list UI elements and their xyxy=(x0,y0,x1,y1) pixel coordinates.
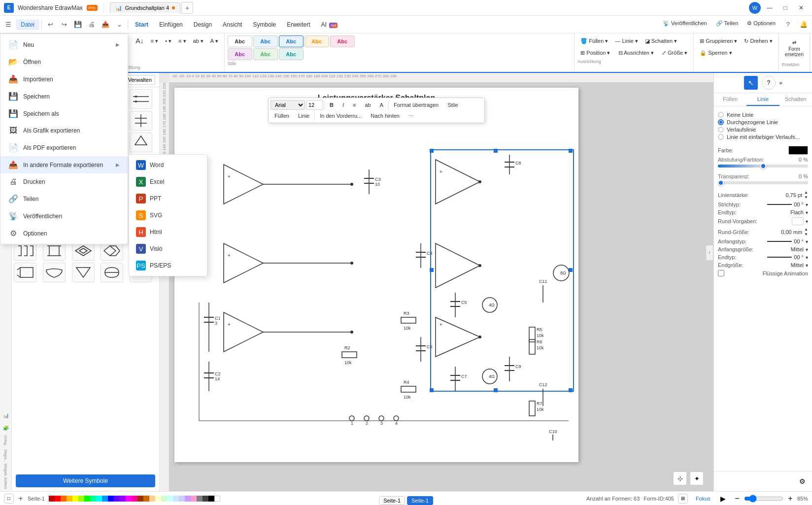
ppt-label: PPT xyxy=(150,195,161,202)
neu-label: Neu xyxy=(23,41,34,48)
file-menu-teilen[interactable]: 🔗 Teilen xyxy=(0,190,128,207)
andere-formate-label: In andere Formate exportieren xyxy=(23,162,103,168)
submenu-svg[interactable]: S SVG xyxy=(129,207,207,224)
file-menu-veröffentlichen[interactable]: 📡 Veröffentlichen xyxy=(0,207,128,225)
optionen-icon: ⚙ xyxy=(8,229,18,238)
file-menu-drucken[interactable]: 🖨 Drucken xyxy=(0,173,128,190)
veröffentlichen-label: Veröffentlichen xyxy=(23,213,62,220)
file-menu-grafik[interactable]: 🖼 Als Grafik exportieren xyxy=(0,122,128,139)
file-menu-importieren[interactable]: 📥 Importieren xyxy=(0,70,128,88)
speichern-label: Speichern xyxy=(23,93,50,100)
visio-label: Visio xyxy=(150,245,163,252)
word-icon: W xyxy=(136,160,146,170)
grafik-icon: 🖼 xyxy=(8,126,18,135)
öffnen-icon: 📂 xyxy=(8,57,18,67)
drucken-icon: 🖨 xyxy=(8,177,18,186)
file-menu-speichern-als[interactable]: 💾 Speichern als xyxy=(0,105,128,122)
neu-arrow: ▶ xyxy=(116,42,120,47)
file-menu-andere-formate[interactable]: 📤 In andere Formate exportieren ▶ W Word… xyxy=(0,156,128,173)
andere-formate-arrow: ▶ xyxy=(116,162,120,168)
öffnen-label: Öffnen xyxy=(23,59,41,66)
excel-label: Excel xyxy=(150,178,164,185)
andere-formate-icon: 📤 xyxy=(8,160,18,169)
speichern-als-label: Speichern als xyxy=(23,110,59,117)
veröffentlichen-icon: 📡 xyxy=(8,211,18,221)
ppt-icon: P xyxy=(136,194,146,203)
file-menu-optionen[interactable]: ⚙ Optionen xyxy=(0,225,128,242)
speichern-als-icon: 💾 xyxy=(8,109,18,118)
excel-icon: X xyxy=(136,177,146,187)
submenu-excel[interactable]: X Excel xyxy=(129,173,207,190)
importieren-label: Importieren xyxy=(23,76,53,83)
page-seite1-active[interactable]: Seite-1 xyxy=(407,496,433,505)
optionen-label: Optionen xyxy=(23,230,47,237)
html-icon: H xyxy=(136,227,146,237)
submenu-visio[interactable]: V Visio xyxy=(129,240,207,257)
file-menu-öffnen[interactable]: 📂 Öffnen xyxy=(0,53,128,70)
file-menu-pdf[interactable]: 📄 Als PDF exportieren xyxy=(0,139,128,156)
file-menu-neu[interactable]: 📄 Neu ▶ xyxy=(0,36,128,53)
submenu-word[interactable]: W Word xyxy=(129,157,207,173)
teilen-label: Teilen xyxy=(23,196,38,202)
submenu-html[interactable]: H Html xyxy=(129,224,207,240)
teilen-icon: 🔗 xyxy=(8,194,18,203)
submenu-ppt[interactable]: P PPT xyxy=(129,190,207,207)
page-seite1-inactive[interactable]: Seite-1 xyxy=(379,496,405,505)
html-label: Html xyxy=(150,229,162,236)
grafik-label: Als Grafik exportieren xyxy=(23,127,80,134)
file-menu-speichern[interactable]: 💾 Speichern xyxy=(0,88,128,105)
visio-icon: V xyxy=(136,244,146,254)
submenu-ps[interactable]: PS PS/EPS xyxy=(129,257,207,274)
speichern-icon: 💾 xyxy=(8,92,18,101)
neu-icon: 📄 xyxy=(8,40,18,49)
page-indicator: Seite-1 Seite-1 xyxy=(379,496,433,505)
file-menu: 📄 Neu ▶ 📂 Öffnen 📥 Importieren 💾 Speiche… xyxy=(0,34,128,244)
pdf-icon: 📄 xyxy=(8,143,18,152)
ps-label: PS/EPS xyxy=(150,262,171,269)
word-label: Word xyxy=(150,162,164,168)
svg-label: SVG xyxy=(150,212,162,219)
ps-icon: PS xyxy=(136,261,146,270)
svg-icon: S xyxy=(136,210,146,220)
submenu-formate: W Word X Excel P PPT S SVG H Html V Visi… xyxy=(129,154,207,276)
importieren-icon: 📥 xyxy=(8,74,18,84)
drucken-label: Drucken xyxy=(23,178,45,185)
pdf-label: Als PDF exportieren xyxy=(23,144,76,151)
